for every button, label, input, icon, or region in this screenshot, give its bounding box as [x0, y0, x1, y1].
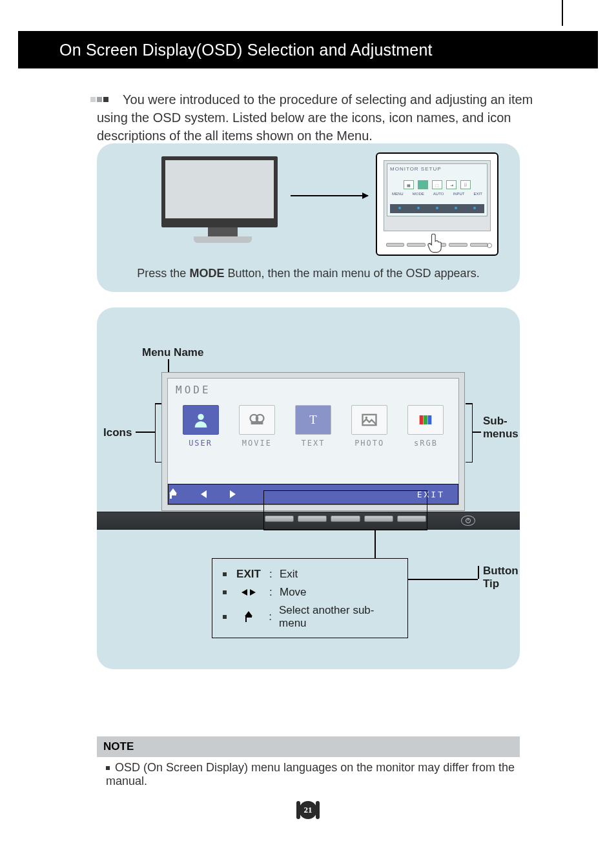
tip-row-select: : Select another sub-menu: [223, 604, 400, 630]
manual-page: On Screen Display(OSD) Selection and Adj…: [0, 0, 616, 843]
note-body: OSD (On Screen Display) menu languages o…: [97, 757, 520, 788]
osd-button-tip-bar: EXIT: [168, 484, 458, 505]
note-heading: NOTE: [97, 736, 520, 757]
bullet-icon: [106, 766, 110, 770]
bullet-icon: [223, 590, 227, 594]
tip-desc: Move: [280, 586, 307, 599]
osd-menu-title: MODE: [168, 379, 458, 399]
osd-exit-label[interactable]: EXIT: [417, 490, 445, 499]
bullet-decoration: [90, 93, 110, 105]
svg-rect-7: [420, 415, 424, 424]
text-icon: T: [295, 405, 331, 435]
label-menu-name: Menu Name: [142, 346, 203, 359]
srgb-icon: [407, 405, 444, 435]
crop-mark: [562, 0, 563, 26]
osd-item-movie[interactable]: MOVIE: [234, 405, 279, 448]
leader-line: [408, 579, 478, 580]
intro-text: You were introduced to the procedure of …: [97, 90, 562, 145]
power-button-icon[interactable]: [461, 515, 475, 526]
osd-item-srgb[interactable]: sRGB: [404, 405, 448, 448]
exit-icon: ⍈: [460, 180, 471, 189]
tip-desc: Select another sub-menu: [279, 604, 400, 630]
svg-rect-9: [428, 415, 432, 424]
osd-item-user[interactable]: USER: [178, 405, 223, 448]
intro-paragraph: You were introduced to the procedure of …: [97, 90, 562, 145]
bullet-icon: [223, 572, 227, 576]
mode-icon: [418, 180, 428, 189]
monitor-illustration: [161, 156, 284, 243]
pointer-hand-icon: [426, 233, 444, 255]
leader-line: [375, 530, 376, 558]
osd-item-text[interactable]: T TEXT: [291, 405, 335, 448]
user-icon: [183, 405, 219, 435]
section-header: On Screen Display(OSD) Selection and Adj…: [18, 31, 598, 68]
monitor-closeup-illustration: MONITOR SETUP ▦ ⬚ ⇥ ⍈ MENU MODE AUTO INP…: [376, 152, 498, 256]
mini-osd-icons: ▦ ⬚ ⇥ ⍈: [387, 180, 487, 189]
panel1-caption: Press the MODE Button, then the main men…: [97, 267, 520, 280]
home-arrow-icon: [233, 612, 263, 622]
input-icon: ⇥: [446, 180, 457, 189]
tip-row-exit: EXIT : Exit: [223, 568, 400, 581]
leader-bracket: [471, 403, 473, 463]
nav-left-icon[interactable]: [201, 490, 207, 498]
label-icons: Icons: [103, 426, 132, 439]
mini-osd-labels: MENU MODE AUTO INPUT EXIT: [387, 192, 487, 196]
svg-point-6: [365, 417, 368, 419]
note-section: NOTE OSD (On Screen Display) menu langua…: [97, 736, 520, 788]
label-submenus: Sub-menus: [483, 415, 522, 441]
page-number: 21: [299, 801, 317, 819]
menu-icon: ▦: [404, 180, 414, 189]
osd-screenshot: MODE USER MOVIE: [161, 372, 465, 511]
instruction-panel-press-mode: MONITOR SETUP ▦ ⬚ ⇥ ⍈ MENU MODE AUTO INP…: [97, 143, 520, 292]
movie-icon: [239, 405, 275, 435]
leader-line: [478, 566, 479, 579]
leader-line: [472, 432, 481, 433]
svg-rect-3: [251, 421, 263, 424]
photo-icon: [351, 405, 387, 435]
arrow-right-icon: [291, 195, 368, 196]
bullet-icon: [223, 615, 227, 619]
mini-osd-title: MONITOR SETUP: [387, 164, 487, 174]
osd-annotation-panel: Menu Name Icons Sub-menus Button Tip MOD…: [97, 307, 520, 669]
tip-desc: Exit: [280, 568, 298, 581]
home-arrow-icon[interactable]: [169, 490, 178, 499]
nav-right-icon[interactable]: [230, 490, 236, 498]
auto-icon: ⬚: [432, 180, 442, 189]
section-title: On Screen Display(OSD) Selection and Adj…: [59, 41, 433, 59]
tip-row-move: : Move: [223, 586, 400, 599]
power-button-icon: [487, 243, 492, 248]
osd-item-photo[interactable]: PHOTO: [347, 405, 392, 448]
leader-line: [136, 432, 155, 433]
leader-bracket: [155, 403, 156, 463]
svg-point-0: [198, 414, 203, 420]
arrow-left-right-icon: [233, 589, 264, 596]
tip-key-exit: EXIT: [233, 568, 264, 581]
button-tip-legend: EXIT : Exit : Move : Select another sub-…: [212, 558, 408, 638]
monitor-physical-buttons[interactable]: [265, 515, 426, 525]
svg-rect-8: [424, 415, 427, 424]
svg-text:T: T: [309, 413, 317, 426]
label-button-tip: Button Tip: [483, 565, 528, 591]
osd-mode-row: USER MOVIE T TEXT: [168, 399, 458, 450]
